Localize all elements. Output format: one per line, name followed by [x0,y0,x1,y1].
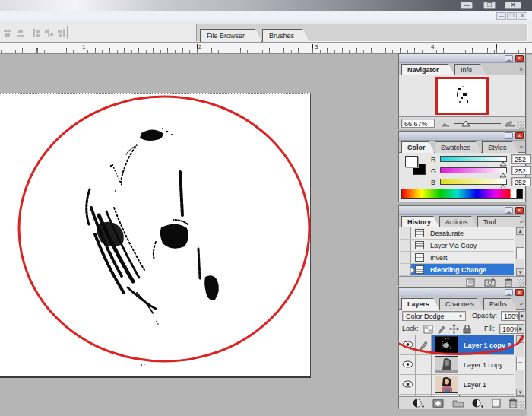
tab-tool-presets[interactable]: Tool Presets [477,216,526,227]
layer-thumbnail[interactable] [435,356,458,373]
link-cell[interactable] [416,375,432,394]
layer-style-icon[interactable] [413,399,425,408]
blend-mode-select[interactable]: Color Dodge ▼ [402,311,466,321]
eye-icon[interactable] [402,380,413,388]
adjustment-layer-icon[interactable] [472,399,484,408]
history-brush-well[interactable] [400,252,411,263]
lock-transparency-icon[interactable] [423,325,433,334]
new-group-icon[interactable] [452,399,464,408]
tab-channels[interactable]: Channels [439,298,483,310]
channel-r-value[interactable]: 252 [511,154,531,164]
tab-swatches-label: Swatches [441,144,470,151]
layers-panel-titlebar[interactable]: ▁ x [399,288,525,297]
tab-paths[interactable]: Paths [483,298,517,310]
link-cell[interactable] [416,355,432,374]
scroll-down-icon[interactable]: ▼ [516,268,524,276]
eye-icon[interactable] [402,360,413,368]
tab-actions[interactable]: Actions [439,216,477,227]
new-layer-icon[interactable] [492,399,502,408]
distribute-vertical-center-icon[interactable] [16,29,26,37]
visibility-cell[interactable] [400,375,416,394]
channel-r-slider[interactable] [440,156,507,162]
minimize-icon[interactable]: — [461,2,473,9]
document-canvas[interactable] [0,93,311,378]
fill-field[interactable]: 100% [499,324,518,334]
tab-info[interactable]: Info [454,64,486,75]
channel-g-slider-thumb[interactable] [499,173,507,178]
panel-close-icon[interactable]: x [515,55,524,62]
panel-close-icon[interactable]: x [515,289,524,296]
layer-mask-icon[interactable] [432,399,444,408]
layer-row-layer-1-copy[interactable]: Layer 1 copy [400,355,514,375]
tab-brushes[interactable]: Brushes [262,29,309,42]
history-state-blending-change[interactable]: Blending Change [400,264,514,276]
scroll-down-icon[interactable]: ▼ [516,389,524,396]
navigator-zoom-field[interactable]: 66.67% [401,119,435,128]
lock-paint-icon[interactable] [437,324,446,334]
foreground-color-swatch[interactable] [405,156,418,167]
align-right-icon[interactable] [56,29,66,37]
tab-layers[interactable]: Layers [401,298,439,310]
history-scrollbar[interactable]: ▲ ▼ [515,227,524,276]
scrollbar-thumb[interactable] [516,357,524,370]
panel-close-icon[interactable]: x [515,132,524,139]
trash-icon[interactable] [504,278,513,287]
panel-close-icon[interactable]: x [515,207,524,214]
channel-b-value[interactable]: 252 [511,177,531,186]
doc-minimize-icon[interactable]: — [496,12,506,20]
tab-styles[interactable]: Styles [482,141,518,153]
tab-color[interactable]: Color [401,141,435,153]
panel-minimize-icon[interactable]: ▁ [505,132,513,139]
channel-g-value[interactable]: 252 [511,166,531,175]
history-state-layer-via-copy[interactable]: Layer Via Copy [400,240,514,252]
doc-restore-icon[interactable]: ❐ [507,12,517,20]
lock-all-icon[interactable] [463,324,471,334]
doc-close-icon[interactable]: ✕ [518,12,527,20]
opacity-field[interactable]: 100% [501,311,519,321]
history-state-desaturate[interactable]: Desaturate [400,227,514,240]
panel-resize-grip[interactable] [517,121,524,129]
tab-file-browser[interactable]: File Browser [200,29,262,42]
channel-b-slider[interactable] [440,179,507,185]
scroll-up-icon[interactable]: ▲ [516,227,524,235]
panel-menu-icon[interactable]: » [520,218,522,225]
tab-history[interactable]: History [401,216,439,227]
navigator-panel-titlebar[interactable]: ▁ x [399,54,525,63]
opacity-arrow-icon[interactable]: ▶ [519,311,526,321]
panel-menu-icon[interactable]: » [520,300,522,307]
zoom-in-icon[interactable] [504,119,515,127]
new-document-from-state-icon[interactable] [466,278,475,287]
panel-menu-icon[interactable]: » [520,66,522,73]
zoom-out-icon[interactable] [441,121,450,127]
panel-minimize-icon[interactable]: ▁ [505,289,513,296]
panel-resize-grip[interactable] [517,279,524,287]
channel-r-slider-thumb[interactable] [499,162,507,167]
lock-move-icon[interactable] [449,324,459,334]
channel-g-slider[interactable] [440,167,507,173]
layer-row-layer-1[interactable]: Layer 1 [400,375,514,395]
panel-menu-icon[interactable]: » [520,144,522,151]
fill-arrow-icon[interactable]: ▶ [518,324,524,334]
new-snapshot-icon[interactable] [484,278,496,287]
align-left-icon[interactable] [32,29,42,37]
tab-swatches[interactable]: Swatches [435,141,482,153]
panel-resize-grip[interactable] [517,401,524,408]
panel-minimize-icon[interactable]: ▁ [505,55,513,62]
align-horizontal-center-icon[interactable] [44,29,54,37]
history-panel-titlebar[interactable]: ▁ x [399,206,525,215]
navigator-viewbox[interactable] [435,77,489,115]
history-brush-well[interactable] [400,240,411,251]
panel-minimize-icon[interactable]: ▁ [505,207,513,214]
color-spectrum-ramp[interactable] [401,189,523,199]
tab-navigator[interactable]: Navigator [401,64,454,75]
restore-icon[interactable]: ❐ [483,2,496,9]
history-state-invert[interactable]: Invert [400,252,514,264]
color-panel-titlebar[interactable]: ▁ x [399,132,525,141]
history-brush-well[interactable] [400,227,411,239]
distribute-top-icon[interactable] [3,29,13,37]
scrollbar-thumb[interactable] [516,247,524,259]
visibility-cell[interactable] [400,355,416,374]
zoom-slider-thumb[interactable] [461,120,470,127]
layer-thumbnail[interactable] [435,376,458,393]
close-icon[interactable]: ✕ [505,2,521,9]
